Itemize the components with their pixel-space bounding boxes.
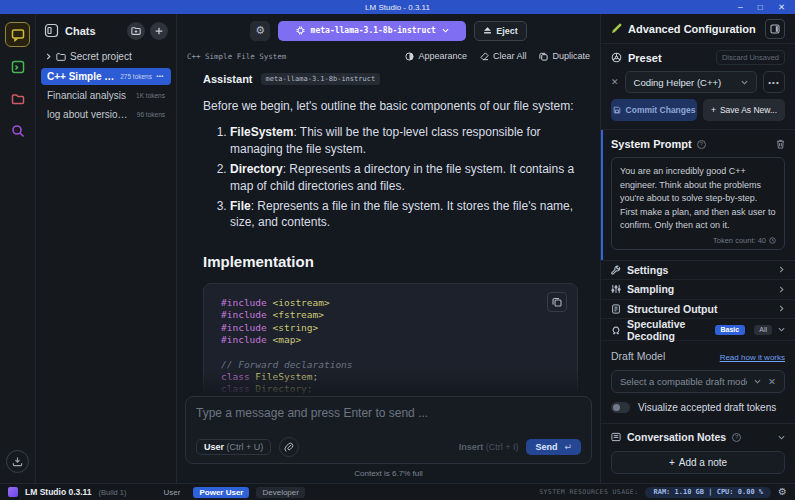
chat-folder-secret-project[interactable]: Secret project [36,47,176,67]
eject-label: Eject [496,26,518,36]
chat-list-item-selected[interactable]: C++ Simple File System 275 tokens ⋯ [41,68,171,85]
gear-icon: ⚙ [255,25,265,36]
send-label: Send [535,442,557,452]
app-rail [0,14,36,483]
clear-preset-icon[interactable]: ✕ [611,78,619,87]
eject-icon [483,26,492,35]
rail-my-models-button[interactable] [5,86,30,111]
rail-discover-button[interactable] [5,118,30,143]
chat-item-label: log about version of ... [47,109,133,120]
copy-code-button[interactable] [547,292,567,312]
message-list-item: File: Represents a file in the file syst… [230,198,600,232]
section-settings[interactable]: Settings [601,261,795,280]
clear-all-button[interactable]: Clear All [480,51,527,61]
terminal-icon [11,60,25,74]
chevron-right-icon [778,286,785,293]
insert-hint[interactable]: Insert (Ctrl + I) [459,442,519,452]
chevron-down-icon[interactable] [778,434,785,441]
message-composer: Type a message and press Enter to send .… [185,396,592,464]
attach-file-button[interactable] [279,437,299,457]
chat-list-item[interactable]: Financial analysis 1K tokens [41,87,171,104]
folder-label: Secret project [70,51,132,62]
chip-icon [296,26,305,35]
section-speculative-decoding[interactable]: Speculative Decoding Basic All [601,319,795,341]
role-selector-button[interactable]: User (Ctrl + U) [196,439,271,455]
message-intro: Before we begin, let's outline the basic… [203,98,575,115]
model-settings-button[interactable]: ⚙ [250,21,270,41]
downloads-button[interactable] [6,450,29,473]
mode-user-button[interactable]: User [158,487,187,498]
message-model-badge: meta-llama-3.1-8b-instruct [261,73,381,85]
visualize-tokens-label: Visualize accepted draft tokens [638,402,776,413]
chat-item-menu-icon[interactable]: ⋯ [156,73,165,81]
all-mode-pill[interactable]: All [754,325,772,335]
message-list: FileSystem: This will be the top-level c… [203,124,600,231]
sliders-icon [611,284,621,294]
commit-label: Commit Changes [626,105,696,115]
save-as-new-button[interactable]: + Save As New... [703,99,785,121]
lm-studio-logo-icon [8,487,18,497]
section-label: Speculative Decoding [627,318,703,342]
add-note-button[interactable]: + Add a note [611,451,785,474]
app-version: LM Studio 0.3.11 [25,487,92,497]
window-minimize-button[interactable]: – [738,3,743,12]
visualize-tokens-toggle[interactable] [611,402,630,413]
appearance-button[interactable]: Appearance [405,51,467,61]
sidebar-toggle-icon[interactable] [44,23,59,38]
clear-selection-icon[interactable]: ✕ [768,376,776,387]
duplicate-button[interactable]: Duplicate [539,51,590,61]
section-structured-output[interactable]: Structured Output [601,300,795,319]
info-icon: ? [697,140,706,149]
eject-model-button[interactable]: Eject [474,21,527,41]
role-shortcut: (Ctrl + U) [227,442,264,452]
mode-developer-button[interactable]: Developer [256,487,304,498]
mode-power-user-button[interactable]: Power User [193,487,249,498]
message-input[interactable]: Type a message and press Enter to send .… [196,406,581,420]
duplicate-label: Duplicate [552,51,590,61]
window-titlebar: LM Studio - 0.3.11 – □ ✕ [0,0,795,14]
send-button[interactable]: Send ↵ [526,439,581,455]
window-maximize-button[interactable]: □ [758,3,763,12]
chevron-down-icon [442,27,449,34]
chat-bubble-icon [11,28,25,42]
chevron-right-icon [778,305,785,312]
new-folder-button[interactable] [127,22,145,40]
loaded-model-selector[interactable]: meta-llama-3.1-8b-instruct [278,21,466,41]
panel-collapse-button[interactable] [765,19,785,39]
plus-icon [154,26,164,36]
system-prompt-editor[interactable]: You are an incredibly good C++ engineer.… [611,157,785,250]
insert-label: Insert [459,442,484,452]
section-sampling[interactable]: Sampling [601,280,795,299]
document-icon [611,304,621,314]
chevron-down-icon [778,326,785,333]
discard-unsaved-button[interactable]: Discard Unsaved [716,50,785,65]
window-close-button[interactable]: ✕ [778,3,785,12]
preset-more-button[interactable]: ••• [763,71,785,93]
chat-list-item[interactable]: log about version of ... 96 tokens [41,106,171,123]
code-block: #include <iostream>#include <fstream>#in… [203,283,578,396]
speculative-decoding-icon [611,325,621,335]
preset-select[interactable]: Coding Helper (C++) [625,71,757,93]
basic-mode-pill[interactable]: Basic [715,325,746,335]
info-icon: ? [732,433,741,442]
preset-value: Coding Helper (C++) [634,77,722,88]
status-bar: LM Studio 0.3.11 (Build 1) User Power Us… [0,483,795,500]
rail-chat-button[interactable] [5,22,30,47]
rail-developer-button[interactable] [5,54,30,79]
panel-title: Advanced Configuration [628,23,756,35]
role-label: User [204,442,224,452]
read-how-it-works-link[interactable]: Read how it works [720,353,785,362]
commit-changes-button[interactable]: Commit Changes [611,99,697,121]
message-list-item: FileSystem: This will be the top-level c… [230,124,600,158]
download-icon [12,456,23,467]
chat-transcript[interactable]: Assistant meta-llama-3.1-8b-instruct Bef… [177,65,600,396]
duplicate-icon [539,52,548,61]
token-count: Token count: 40 [620,236,776,245]
draft-model-select[interactable]: Select a compatible draft model ✕ [611,370,785,393]
chat-item-label: C++ Simple File System [47,71,116,82]
paperclip-icon [284,442,294,452]
new-chat-button[interactable] [150,22,168,40]
gear-icon[interactable]: ⚙ [778,487,787,497]
plus-icon: + [669,457,675,468]
trash-icon[interactable] [776,139,785,149]
